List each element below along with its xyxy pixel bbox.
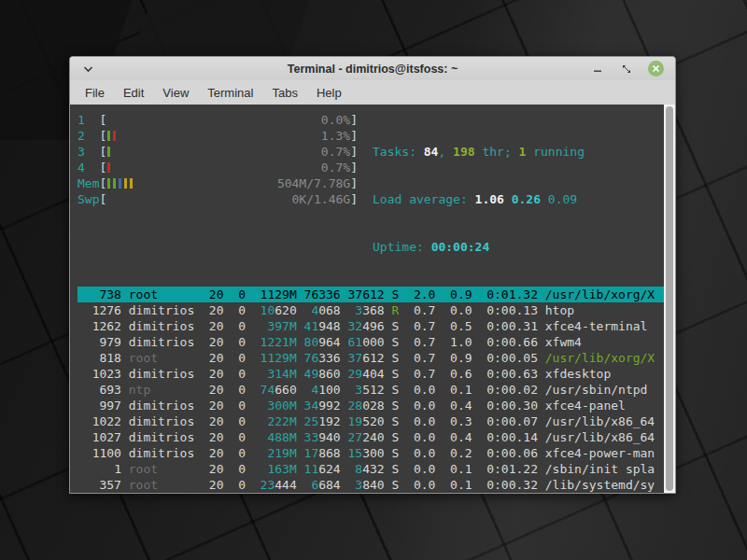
cell-mem: 0.2: [435, 445, 472, 461]
terminal-window: Terminal - dimitrios@itsfoss: ~ FileEdit…: [69, 56, 676, 494]
cell-shr: 8432: [341, 461, 385, 477]
cell-ni: 0: [224, 413, 246, 429]
meter-value: 0.7%: [321, 160, 350, 175]
meter-tick: [113, 178, 116, 189]
cell-user: root: [129, 350, 202, 366]
cell-time: 0:01.32: [472, 287, 538, 302]
table-row[interactable]: 1 root 20 0 163M 11624 8432 S 0.0 0.1 0:…: [78, 461, 664, 477]
cell-state: S: [385, 398, 400, 413]
close-icon[interactable]: [648, 61, 664, 77]
meter-bar: 504M/7.78G: [106, 175, 350, 191]
meter-tick: [130, 194, 133, 204]
meter-open-bracket: [: [99, 112, 106, 128]
cell-time: 0:00.13: [472, 302, 538, 318]
cell-user: dimitrios: [129, 429, 202, 445]
meter-tick: [107, 131, 110, 141]
window-menu-chevron-icon[interactable]: [83, 65, 93, 73]
cell-command: /usr/lib/x86_64: [545, 413, 664, 429]
cell-state: S: [385, 382, 400, 398]
cell-state: S: [385, 366, 400, 382]
meter-tick: [124, 178, 127, 189]
menu-item[interactable]: Terminal: [198, 83, 262, 103]
table-row[interactable]: 979 dimitrios 20 0 1221M 80964 61000 S 0…: [78, 334, 664, 350]
terminal-content[interactable]: 1[0.0%] 2[1.3%] 3[0.7%] 4[0.7%]: [70, 105, 675, 493]
meter-tick: [130, 178, 133, 189]
cell-mem: 0.4: [435, 429, 472, 445]
cell-pri: 20: [202, 398, 223, 413]
cell-pri: 20: [202, 350, 223, 366]
table-row[interactable]: 693 ntp 20 0 74660 4100 3512 S 0.0 0.1 0…: [78, 382, 664, 398]
meter-line: Mem[504M/7.78G]: [78, 175, 358, 191]
cell-mem: 0.9: [435, 287, 472, 302]
table-row[interactable]: 997 dimitrios 20 0 300M 34992 28028 S 0.…: [78, 398, 664, 413]
cell-mem: 0.1: [435, 477, 472, 493]
table-row[interactable]: 1022 dimitrios 20 0 222M 25192 19520 S 0…: [78, 413, 664, 429]
cell-res: 17868: [297, 445, 341, 461]
table-row[interactable]: 1027 dimitrios 20 0 488M 33940 27240 S 0…: [78, 429, 664, 445]
cell-time: 0:00.02: [472, 382, 538, 398]
meter-close-bracket: ]: [350, 191, 358, 207]
table-row[interactable]: 818 root 20 0 1129M 76336 37612 S 0.7 0.…: [78, 350, 664, 366]
menu-item[interactable]: File: [76, 83, 114, 103]
cell-cpu: 0.7: [399, 334, 435, 350]
window-titlebar[interactable]: Terminal - dimitrios@itsfoss: ~: [70, 57, 675, 80]
cell-virt: 222M: [246, 413, 297, 429]
cell-res: 11624: [297, 461, 341, 477]
minimize-icon[interactable]: [590, 62, 605, 77]
menu-item[interactable]: Tabs: [262, 83, 306, 103]
cell-user: dimitrios: [129, 445, 202, 461]
table-row[interactable]: 357 root 20 0 23444 6684 3840 S 0.0 0.1 …: [78, 477, 664, 493]
meter-value: 1.3%: [321, 128, 350, 144]
cell-state: S: [385, 477, 400, 493]
cell-ni: 0: [224, 398, 246, 413]
cell-virt: 1221M: [246, 334, 297, 350]
cell-virt: 488M: [246, 429, 297, 445]
menu-item[interactable]: Edit: [114, 83, 153, 103]
cell-time: 0:00.06: [472, 445, 538, 461]
table-row[interactable]: 1276 dimitrios 20 0 10620 4068 3368 R 0.…: [78, 302, 664, 318]
meter-tick: [107, 162, 110, 173]
table-row[interactable]: 738 root 20 0 1129M 76336 37612 S 2.0 0.…: [78, 287, 664, 302]
cell-res: 76336: [297, 350, 341, 366]
cell-command: xfce4-power-man: [545, 445, 664, 461]
table-row[interactable]: 1023 dimitrios 20 0 314M 49860 29404 S 0…: [78, 366, 664, 382]
cell-state: S: [385, 461, 400, 477]
scrollbar[interactable]: [664, 105, 675, 493]
cell-user: dimitrios: [129, 302, 202, 318]
meter-bar: 0K/1.46G: [106, 191, 350, 207]
cell-virt: 219M: [246, 445, 297, 461]
cell-pid: 1276: [78, 302, 121, 318]
scrollbar-thumb[interactable]: [666, 106, 673, 491]
cell-pid: 738: [78, 287, 121, 302]
cell-pid: 1023: [78, 366, 121, 382]
table-row[interactable]: 1262 dimitrios 20 0 397M 41948 32496 S 0…: [78, 318, 664, 334]
cell-command: xfce4-panel: [545, 398, 664, 413]
cell-shr: 15300: [341, 445, 385, 461]
meter-open-bracket: [: [99, 160, 106, 175]
cell-user: root: [129, 461, 202, 477]
menu-item[interactable]: Help: [307, 83, 351, 103]
cell-mem: 0.5: [435, 318, 472, 334]
meter-value: 0K/1.46G: [292, 191, 351, 207]
cell-pid: 693: [78, 382, 121, 398]
cell-ni: 0: [224, 318, 246, 334]
menu-item[interactable]: View: [153, 83, 198, 103]
maximize-icon[interactable]: [619, 62, 634, 77]
table-row[interactable]: 1100 dimitrios 20 0 219M 17868 15300 S 0…: [78, 445, 664, 461]
cell-pri: 20: [202, 382, 223, 398]
cell-pid: 357: [78, 477, 121, 493]
cell-mem: 0.6: [435, 366, 472, 382]
cell-ni: 0: [224, 334, 246, 350]
cell-virt: 74660: [246, 382, 297, 398]
cell-pid: 1: [78, 461, 121, 477]
cell-mem: 0.1: [435, 382, 472, 398]
cell-cpu: 0.7: [399, 350, 435, 366]
cell-pri: 20: [202, 318, 223, 334]
meter-tick: [113, 162, 116, 173]
meter-ticks: [106, 147, 133, 157]
load-5min: 0.26: [504, 192, 541, 206]
tasks-count: 84: [424, 145, 439, 159]
cell-res: 49860: [297, 366, 341, 382]
cell-state: S: [385, 334, 400, 350]
meter-tick: [119, 131, 121, 141]
